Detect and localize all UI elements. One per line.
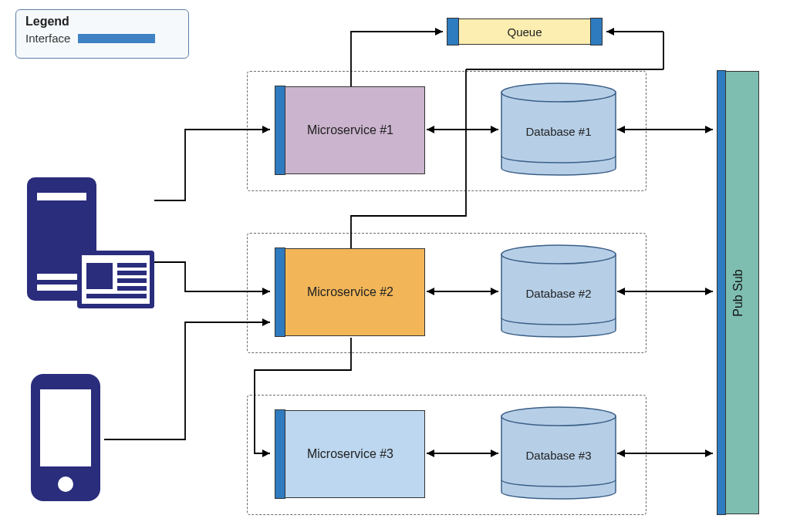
interface-bar-ms3 <box>275 409 285 499</box>
legend-interface-label: Interface <box>25 32 70 45</box>
queue: Queue <box>447 19 602 45</box>
legend-row-interface: Interface <box>25 32 179 45</box>
svg-rect-7 <box>117 263 147 268</box>
legend-title: Legend <box>25 15 179 29</box>
svg-rect-1 <box>37 193 86 200</box>
interface-bar-pubsub <box>717 70 726 515</box>
svg-rect-10 <box>117 286 147 291</box>
queue-interface-left <box>447 18 459 45</box>
microservice-1: Microservice #1 <box>275 86 425 174</box>
queue-interface-right <box>590 18 603 45</box>
svg-rect-9 <box>117 278 147 283</box>
svg-point-14 <box>58 476 73 492</box>
desktop-client-icon <box>23 173 154 328</box>
svg-rect-11 <box>86 294 147 298</box>
microservice-2: Microservice #2 <box>275 248 425 336</box>
interface-bar-ms2 <box>275 247 285 337</box>
legend-box: Legend Interface <box>15 9 189 59</box>
diagram-stage: { "legend": { "title": "Legend", "interf… <box>0 0 790 532</box>
svg-rect-6 <box>86 263 113 289</box>
mobile-client-icon <box>27 370 104 509</box>
pubsub-label: Pub Sub <box>731 269 745 316</box>
pubsub: Pub Sub <box>717 71 759 514</box>
microservice-1-label: Microservice #1 <box>307 123 393 137</box>
svg-rect-13 <box>40 389 91 466</box>
microservice-3-label: Microservice #3 <box>307 447 393 461</box>
microservice-3: Microservice #3 <box>275 410 425 498</box>
queue-label: Queue <box>507 25 542 39</box>
legend-interface-bar <box>78 34 155 43</box>
interface-bar-ms1 <box>275 86 285 175</box>
microservice-2-label: Microservice #2 <box>307 285 393 299</box>
svg-rect-8 <box>117 271 147 275</box>
